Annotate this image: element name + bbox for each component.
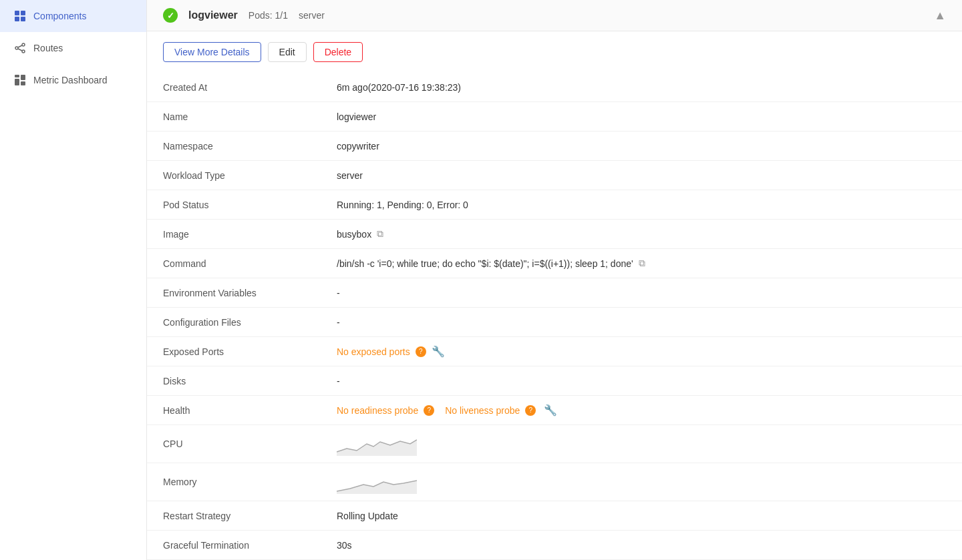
svg-rect-10 xyxy=(21,75,25,80)
svg-point-5 xyxy=(15,47,18,49)
share-icon xyxy=(13,41,27,55)
label-image: Image xyxy=(163,229,337,240)
view-more-details-button[interactable]: View More Details xyxy=(163,42,261,62)
readiness-question-icon[interactable]: ? xyxy=(424,405,434,416)
row-restart-strategy: Restart Strategy Rolling Update xyxy=(147,501,962,531)
sidebar-item-metric-dashboard[interactable]: Metric Dashboard xyxy=(0,64,146,96)
svg-point-4 xyxy=(22,43,25,46)
value-memory xyxy=(337,470,417,494)
row-memory: Memory xyxy=(147,463,962,501)
svg-line-7 xyxy=(18,45,22,47)
value-workload-type: server xyxy=(337,170,363,181)
edit-button[interactable]: Edit xyxy=(268,42,307,62)
label-config-files: Configuration Files xyxy=(163,317,337,328)
label-memory: Memory xyxy=(163,477,337,487)
svg-rect-2 xyxy=(15,17,19,21)
row-name: Name logviewer xyxy=(147,102,962,131)
no-readiness-probe-text: No readiness probe xyxy=(337,405,418,416)
workload-type-label: server xyxy=(299,10,325,21)
row-health: Health No readiness probe ? No liveness … xyxy=(147,396,962,425)
row-image: Image busybox ⧉ xyxy=(147,220,962,249)
row-cpu: CPU xyxy=(147,425,962,463)
svg-rect-11 xyxy=(15,79,19,85)
row-exposed-ports: Exposed Ports No exposed ports ? 🔧 xyxy=(147,337,962,366)
info-table: Created At 6m ago(2020-07-16 19:38:23) N… xyxy=(147,73,962,560)
label-restart-strategy: Restart Strategy xyxy=(163,511,337,521)
sidebar-label-components: Components xyxy=(33,11,86,21)
component-header: logviewer Pods: 1/1 server ▲ xyxy=(147,0,962,31)
svg-rect-9 xyxy=(15,75,19,77)
row-created-at: Created At 6m ago(2020-07-16 19:38:23) xyxy=(147,73,962,102)
grid-icon xyxy=(13,9,27,23)
row-env-vars: Environment Variables - xyxy=(147,278,962,308)
pods-label: Pods: 1/1 xyxy=(249,10,288,21)
svg-rect-3 xyxy=(21,17,25,21)
label-workload-type: Workload Type xyxy=(163,170,337,181)
row-command: Command /bin/sh -c 'i=0; while true; do … xyxy=(147,249,962,278)
label-exposed-ports: Exposed Ports xyxy=(163,346,337,357)
value-pod-status: Running: 1, Pending: 0, Error: 0 xyxy=(337,200,468,210)
status-icon xyxy=(163,8,178,23)
value-graceful-termination: 30s xyxy=(337,540,352,551)
svg-line-8 xyxy=(18,49,22,51)
label-name: Name xyxy=(163,111,337,122)
value-exposed-ports: No exposed ports ? 🔧 xyxy=(337,345,445,358)
svg-point-6 xyxy=(22,50,25,53)
value-command: /bin/sh -c 'i=0; while true; do echo "$i… xyxy=(337,258,645,269)
label-pod-status: Pod Status xyxy=(163,200,337,210)
svg-rect-12 xyxy=(21,81,25,85)
label-graceful-termination: Graceful Termination xyxy=(163,540,337,551)
row-graceful-termination: Graceful Termination 30s xyxy=(147,531,962,560)
value-health: No readiness probe ? No liveness probe ?… xyxy=(337,404,557,416)
sidebar-label-metric-dashboard: Metric Dashboard xyxy=(33,75,108,85)
memory-chart xyxy=(337,470,417,494)
liveness-question-icon[interactable]: ? xyxy=(525,405,536,416)
no-liveness-probe-text: No liveness probe xyxy=(445,405,520,416)
exposed-ports-wrench-icon[interactable]: 🔧 xyxy=(432,345,445,358)
value-image: busybox ⧉ xyxy=(337,228,383,240)
svg-rect-0 xyxy=(15,11,19,15)
value-namespace: copywriter xyxy=(337,141,379,152)
row-pod-status: Pod Status Running: 1, Pending: 0, Error… xyxy=(147,190,962,220)
exposed-ports-question-icon[interactable]: ? xyxy=(416,346,426,357)
label-disks: Disks xyxy=(163,376,337,386)
sidebar-label-routes: Routes xyxy=(33,43,63,53)
row-config-files: Configuration Files - xyxy=(147,308,962,337)
row-namespace: Namespace copywriter xyxy=(147,131,962,161)
health-wrench-icon[interactable]: 🔧 xyxy=(544,404,557,416)
sidebar-item-components[interactable]: Components xyxy=(0,0,146,32)
value-restart-strategy: Rolling Update xyxy=(337,511,398,521)
value-name: logviewer xyxy=(337,111,376,122)
row-workload-type: Workload Type server xyxy=(147,161,962,190)
component-name: logviewer xyxy=(188,9,238,21)
value-config-files: - xyxy=(337,317,340,328)
value-cpu xyxy=(337,432,417,456)
sidebar: Components Routes Metric Dashboard xyxy=(0,0,147,560)
label-namespace: Namespace xyxy=(163,141,337,152)
copy-image-icon[interactable]: ⧉ xyxy=(377,228,383,240)
cpu-chart xyxy=(337,432,417,456)
label-env-vars: Environment Variables xyxy=(163,288,337,298)
value-disks: - xyxy=(337,376,340,386)
main-content: logviewer Pods: 1/1 server ▲ View More D… xyxy=(147,0,962,560)
label-command: Command xyxy=(163,258,337,269)
value-created-at: 6m ago(2020-07-16 19:38:23) xyxy=(337,82,461,93)
delete-button[interactable]: Delete xyxy=(313,42,363,62)
collapse-button[interactable]: ▲ xyxy=(934,9,946,23)
sidebar-item-routes[interactable]: Routes xyxy=(0,32,146,64)
value-env-vars: - xyxy=(337,288,340,298)
component-header-left: logviewer Pods: 1/1 server xyxy=(163,8,325,23)
svg-rect-1 xyxy=(21,11,25,15)
row-disks: Disks - xyxy=(147,366,962,396)
label-health: Health xyxy=(163,405,337,416)
label-cpu: CPU xyxy=(163,439,337,449)
copy-command-icon[interactable]: ⧉ xyxy=(639,258,645,269)
no-exposed-ports-text: No exposed ports xyxy=(337,346,410,357)
label-created-at: Created At xyxy=(163,82,337,93)
dashboard-icon xyxy=(13,73,27,87)
action-buttons: View More Details Edit Delete xyxy=(147,31,962,73)
